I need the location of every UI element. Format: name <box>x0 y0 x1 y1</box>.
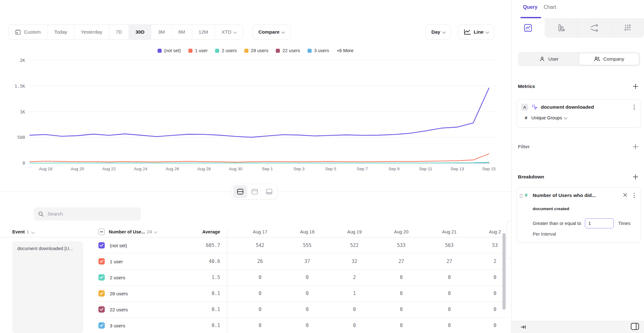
column-header-aug-18[interactable]: Aug 18 <box>284 229 331 234</box>
chart-type-tabs <box>512 18 644 38</box>
table-row[interactable]: 2 users1.5002000 <box>94 270 508 286</box>
legend-item[interactable]: (not set) <box>158 48 181 53</box>
row-label: 3 users <box>110 323 125 328</box>
chart-type-flow-tab[interactable] <box>578 18 611 38</box>
row-value: 0 <box>426 291 473 296</box>
row-value: 1 <box>331 291 378 296</box>
column-header-aug-17[interactable]: Aug 17 <box>236 229 284 234</box>
calendar-icon <box>15 29 21 35</box>
flow-tab-icon <box>590 24 599 32</box>
chart-type-dropdown[interactable]: Line <box>458 25 494 40</box>
legend-more[interactable]: +6 More <box>337 48 354 53</box>
row-value: 0 <box>284 275 331 280</box>
layout-table-button[interactable] <box>262 185 276 198</box>
measure-dropdown[interactable]: # Unique Groups <box>525 115 567 120</box>
metric-menu-button[interactable] <box>632 105 636 110</box>
event-column-header[interactable]: Event1 <box>12 229 34 234</box>
active-tab-indicator <box>520 17 541 18</box>
toggle-sidebar-icon[interactable] <box>631 323 639 330</box>
range-7d[interactable]: 7D <box>109 25 129 39</box>
row-value: 0 <box>426 275 473 280</box>
row-label: 28 users <box>110 291 128 296</box>
metric-card[interactable]: A document downloaded # Unique Groups <box>517 99 641 128</box>
measure-label: Unique Groups <box>531 115 562 120</box>
chart-type-bar-tab[interactable] <box>545 18 578 38</box>
column-header-aug-19[interactable]: Aug 19 <box>331 229 378 234</box>
layout-chart-button[interactable] <box>248 185 262 198</box>
table-scrollbar[interactable] <box>502 233 506 310</box>
table-row[interactable]: 22 users0.1000000 <box>94 302 508 318</box>
legend-item[interactable]: 22 users <box>276 48 300 53</box>
panel-tabs: Query Chart <box>512 0 644 18</box>
legend-item[interactable]: 1 user <box>188 48 208 53</box>
tab-chart[interactable]: Chart <box>544 4 556 10</box>
condition-label[interactable]: Greater than or equal to <box>533 221 581 226</box>
row-checkbox[interactable] <box>98 258 105 265</box>
interval-dropdown[interactable]: Day <box>425 25 451 40</box>
svg-text:Aug 18: Aug 18 <box>39 166 53 171</box>
range-custom[interactable]: Custom <box>8 25 47 39</box>
legend-item[interactable]: 28 users <box>244 48 269 53</box>
times-input[interactable] <box>585 218 614 228</box>
filter-title: Filter <box>518 144 530 150</box>
row-value: 0 <box>471 323 508 328</box>
row-checkbox[interactable] <box>98 322 105 329</box>
row-checkbox[interactable] <box>98 274 105 281</box>
range-30d[interactable]: 30D <box>129 25 151 39</box>
line-chart-tab-icon <box>524 24 532 32</box>
add-breakdown-button[interactable] <box>633 174 638 180</box>
event-list-item[interactable]: document downloaded [U... <box>17 246 73 251</box>
table-row[interactable]: 1 user40.626373227272 <box>94 254 508 270</box>
chart-type-line-tab[interactable] <box>512 18 545 38</box>
range-today[interactable]: Today <box>47 25 74 39</box>
metric-event-name[interactable]: document downloaded <box>541 104 594 110</box>
range-xtd[interactable]: XTD <box>215 25 243 39</box>
per-interval-label[interactable]: Per Interval <box>533 232 556 237</box>
row-value: 542 <box>236 243 284 248</box>
scope-company-option[interactable]: Company <box>579 53 639 65</box>
range-6m[interactable]: 6M <box>172 25 192 39</box>
collapse-panel-icon[interactable] <box>520 324 527 330</box>
search-icon <box>38 211 44 217</box>
chart-type-scatter-tab[interactable] <box>611 18 644 38</box>
drag-handle-icon[interactable] <box>519 194 523 198</box>
scope-toggle: User Company <box>518 52 640 66</box>
layout-split-button[interactable] <box>233 185 247 198</box>
column-header-aug-21[interactable]: Aug 21 <box>426 229 473 234</box>
table-search[interactable] <box>34 207 141 221</box>
svg-text:1.5K: 1.5K <box>14 84 25 89</box>
row-value: 0 <box>236 275 284 280</box>
table-row[interactable]: 28 users0.1001000 <box>94 286 508 302</box>
row-checkbox[interactable] <box>98 290 105 297</box>
breakdown-event-name[interactable]: document created <box>533 206 569 211</box>
breakdown-card[interactable]: # Number of Users who did... document cr… <box>517 187 641 243</box>
breakdown-menu-button[interactable] <box>632 193 636 198</box>
row-checkbox[interactable] <box>98 242 105 248</box>
row-checkbox[interactable] <box>98 306 105 313</box>
range-12m[interactable]: 12M <box>192 25 215 39</box>
column-header-aug-20[interactable]: Aug 20 <box>378 229 425 234</box>
row-average: 605.7 <box>176 243 220 248</box>
add-metric-button[interactable] <box>633 84 638 89</box>
group-column-header[interactable]: Number of Use... 24 <box>98 229 157 235</box>
analytics-app: CustomTodayYesterday7D30D3M6M12MXTD Comp… <box>0 0 644 333</box>
compare-button[interactable]: Compare <box>253 25 290 40</box>
event-list[interactable]: document downloaded [U... <box>12 241 83 333</box>
search-input[interactable] <box>47 211 130 217</box>
add-filter-button[interactable] <box>633 144 638 150</box>
line-chart[interactable]: 05001K1.5K2KAug 18Aug 20Aug 22Aug 24Aug … <box>0 53 511 179</box>
breakdown-property-name[interactable]: Number of Users who did... <box>533 193 611 198</box>
remove-breakdown-icon[interactable] <box>623 193 627 197</box>
range-yesterday[interactable]: Yesterday <box>74 25 109 39</box>
table-row[interactable]: (not set)605.754255552253356353 <box>94 237 508 254</box>
legend-item[interactable]: 3 users <box>308 48 329 53</box>
svg-text:Aug 28: Aug 28 <box>197 166 211 171</box>
tab-query[interactable]: Query <box>523 4 537 10</box>
row-average: 1.5 <box>176 275 220 280</box>
select-all-checkbox[interactable] <box>98 229 105 235</box>
scope-user-option[interactable]: User <box>519 53 579 65</box>
table-row[interactable]: 3 users0.1000000 <box>94 318 508 333</box>
legend-item[interactable]: 2 users <box>215 48 237 53</box>
row-value: 32 <box>331 259 378 264</box>
range-3m[interactable]: 3M <box>151 25 172 39</box>
